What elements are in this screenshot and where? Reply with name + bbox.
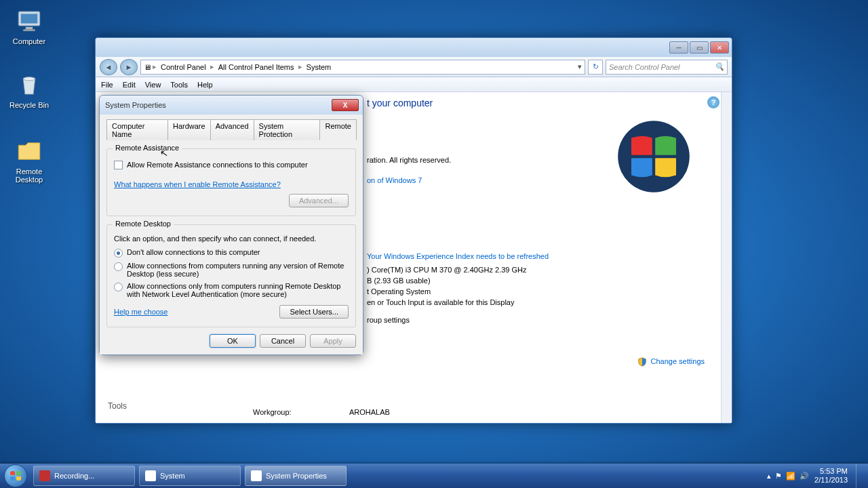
maximize-button[interactable]: ▭ — [690, 41, 709, 54]
workgroup-section-label: roup settings — [367, 316, 715, 324]
menu-view[interactable]: View — [145, 81, 161, 89]
processor-text: ) Core(TM) i3 CPU M 370 @ 2.40GHz 2.39 G… — [367, 266, 715, 274]
pen-touch-text: en or Touch Input is available for this … — [367, 298, 715, 306]
computer-crumb-icon: 🖥 — [144, 63, 151, 71]
breadcrumb-item[interactable]: Control Panel — [158, 62, 209, 73]
recycle-bin-icon — [15, 70, 43, 99]
desktop-icon-recycle-bin[interactable]: Recycle Bin — [5, 70, 53, 109]
radio-label: Allow connections from computers running… — [127, 262, 349, 278]
apply-button[interactable]: Apply — [310, 334, 356, 348]
menu-edit[interactable]: Edit — [123, 81, 136, 89]
computer-icon — [15, 7, 43, 35]
remote-desktop-title: Remote Desktop — [113, 220, 174, 228]
experience-index-link[interactable]: Your Windows Experience Index needs to b… — [367, 252, 549, 260]
remote-desktop-group: Remote Desktop Click an option, and then… — [106, 224, 356, 327]
breadcrumb[interactable]: 🖥 ▸ Control Panel ▸ All Control Panel It… — [140, 60, 585, 75]
search-icon: 🔍 — [715, 62, 724, 71]
radio-label: Don't allow connections to this computer — [127, 248, 260, 256]
svg-rect-1 — [21, 14, 38, 24]
desktop-icon-label: Remote Desktop — [5, 167, 53, 184]
explorer-nav: ◄ ► 🖥 ▸ Control Panel ▸ All Control Pane… — [96, 57, 732, 77]
dialog-title: System Properties — [104, 101, 166, 109]
tab-computer-name[interactable]: Computer Name — [106, 119, 168, 140]
show-desktop-button[interactable] — [856, 464, 864, 488]
properties-icon: 🖥 — [251, 470, 262, 481]
tab-hardware[interactable]: Hardware — [167, 119, 211, 140]
menu-tools[interactable]: Tools — [170, 81, 188, 89]
dialog-tabs: Computer Name Hardware Advanced System P… — [106, 119, 356, 140]
tab-system-protection[interactable]: System Protection — [254, 119, 321, 140]
folder-icon — [15, 137, 43, 165]
svg-point-4 — [23, 77, 35, 81]
dialog-button-row: OK Cancel Apply — [106, 334, 356, 348]
desktop-icon-remote-desktop[interactable]: Remote Desktop — [5, 137, 53, 184]
help-me-choose-link[interactable]: Help me choose — [114, 308, 168, 316]
system-icon: 🖥 — [145, 470, 156, 481]
remote-desktop-instruction: Click an option, and then specify who ca… — [114, 235, 349, 243]
refresh-button[interactable]: ↻ — [588, 60, 603, 75]
workgroup-value: AROHALAB — [349, 408, 390, 416]
search-input[interactable]: Search Control Panel 🔍 — [606, 60, 728, 75]
help-icon[interactable]: ? — [707, 96, 719, 108]
radio-allow-any[interactable] — [114, 262, 123, 271]
allow-remote-assistance-checkbox[interactable] — [114, 161, 123, 169]
minimize-button[interactable]: ─ — [669, 41, 688, 54]
change-settings-link[interactable]: Change settings — [637, 357, 705, 367]
close-button[interactable]: ✕ — [710, 41, 729, 54]
desktop-icon-label: Computer — [5, 37, 53, 45]
scrollbar[interactable] — [721, 92, 732, 423]
desktop-icon-computer[interactable]: Computer — [5, 7, 53, 45]
remote-assistance-group: Remote Assistance Allow Remote Assistanc… — [106, 148, 356, 216]
start-button[interactable] — [0, 464, 31, 488]
remote-assistance-title: Remote Assistance — [113, 144, 182, 152]
svg-point-5 — [618, 121, 690, 192]
volume-icon[interactable]: 🔊 — [800, 472, 809, 481]
network-icon[interactable]: 📶 — [786, 472, 795, 481]
tray-up-icon[interactable]: ▴ — [767, 472, 771, 481]
breadcrumb-dropdown-icon[interactable]: ▾ — [578, 62, 582, 71]
shield-icon — [637, 357, 647, 367]
tab-advanced[interactable]: Advanced — [210, 119, 254, 140]
page-title: t your computer — [367, 98, 715, 108]
system-properties-dialog: System Properties X Computer Name Hardwa… — [99, 95, 363, 355]
svg-rect-2 — [26, 27, 33, 30]
ok-button[interactable]: OK — [210, 334, 256, 348]
sidebar-tools-label: Tools — [108, 401, 127, 411]
recording-icon — [39, 470, 50, 481]
menu-file[interactable]: File — [101, 81, 113, 89]
taskbar-item-recording[interactable]: Recording... — [33, 466, 135, 486]
windows-logo — [616, 119, 691, 194]
dialog-titlebar[interactable]: System Properties X — [100, 96, 363, 115]
taskbar-item-system-properties[interactable]: 🖥 System Properties — [245, 466, 347, 486]
tab-remote[interactable]: Remote — [319, 119, 357, 140]
taskbar: Recording... 🖥 System 🖥 System Propertie… — [0, 464, 868, 488]
system-tray: ▴ ⚑ 📶 🔊 5:53 PM 2/11/2013 — [767, 464, 868, 488]
search-placeholder: Search Control Panel — [609, 63, 680, 71]
systype-text: t Operating System — [367, 287, 715, 296]
back-button[interactable]: ◄ — [100, 59, 117, 75]
workgroup-label: Workgroup: — [253, 408, 349, 416]
forward-button[interactable]: ► — [120, 59, 138, 75]
explorer-titlebar[interactable]: ─ ▭ ✕ — [96, 38, 732, 57]
explorer-menu: File Edit View Tools Help — [96, 77, 732, 92]
breadcrumb-item[interactable]: System — [304, 62, 334, 73]
dialog-close-button[interactable]: X — [332, 99, 359, 111]
radio-allow-nla[interactable] — [114, 283, 123, 291]
menu-help[interactable]: Help — [197, 81, 213, 89]
svg-rect-3 — [23, 29, 35, 31]
remote-assistance-help-link[interactable]: What happens when I enable Remote Assist… — [114, 180, 349, 188]
windows-flag-icon — [9, 469, 22, 483]
radio-label: Allow connections only from computers ru… — [127, 282, 349, 298]
select-users-button[interactable]: Select Users... — [279, 305, 349, 319]
ram-text: B (2.93 GB usable) — [367, 277, 715, 285]
cancel-button[interactable]: Cancel — [260, 334, 306, 348]
remote-assistance-advanced-button[interactable]: Advanced... — [289, 194, 349, 207]
breadcrumb-item[interactable]: All Control Panel Items — [216, 62, 297, 73]
desktop-icon-label: Recycle Bin — [5, 101, 53, 109]
allow-remote-assistance-label: Allow Remote Assistance connections to t… — [127, 161, 308, 169]
taskbar-item-system[interactable]: 🖥 System — [139, 466, 241, 486]
flag-icon[interactable]: ⚑ — [775, 472, 782, 481]
tray-clock[interactable]: 5:53 PM 2/11/2013 — [814, 467, 848, 485]
radio-dont-allow[interactable] — [114, 249, 123, 258]
